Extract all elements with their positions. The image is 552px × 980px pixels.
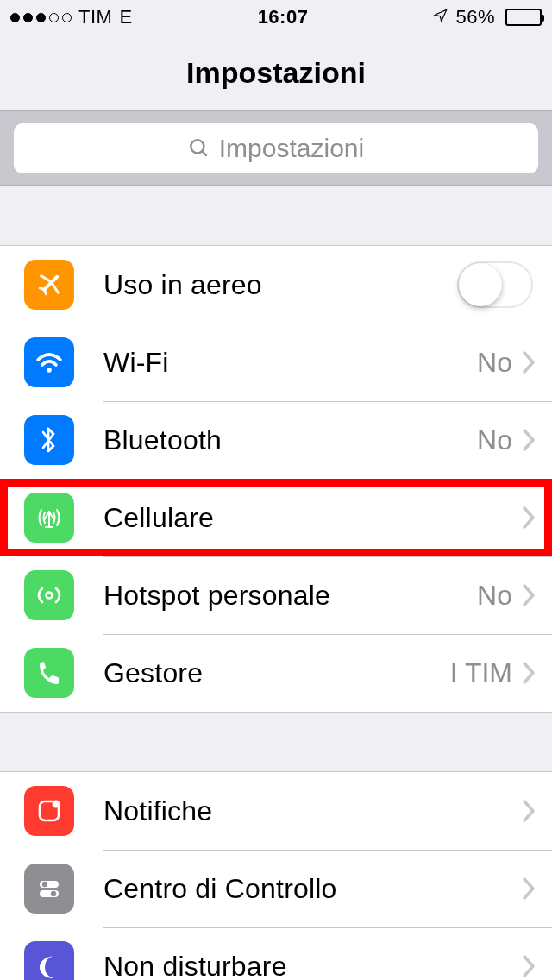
- clock-label: 16:07: [258, 6, 309, 28]
- chevron-right-icon: [521, 876, 536, 901]
- bluetooth-icon: [24, 415, 74, 465]
- moon-icon: [24, 941, 74, 980]
- carrier-label: TIM: [78, 6, 112, 28]
- section-gap: [0, 186, 552, 245]
- settings-group: Uso in aereoWi-FiNoBluetoothNoCellulareH…: [0, 245, 552, 713]
- settings-row-label: Notifiche: [104, 795, 521, 827]
- settings-row-value: No: [477, 347, 512, 379]
- controlcenter-icon: [24, 864, 74, 914]
- settings-group: NotificheCentro di ControlloNon disturba…: [0, 771, 552, 980]
- cellular-icon: [24, 493, 74, 543]
- wifi-icon: [24, 337, 74, 387]
- settings-row-notifications[interactable]: Notifiche: [0, 772, 552, 850]
- search-container: Impostazioni: [0, 110, 552, 186]
- settings-row-airplane[interactable]: Uso in aereo: [0, 246, 552, 324]
- search-input[interactable]: Impostazioni: [14, 123, 538, 173]
- chevron-right-icon: [521, 349, 536, 375]
- settings-row-label: Wi-Fi: [104, 347, 477, 379]
- phone-icon: [24, 648, 74, 698]
- chevron-right-icon: [521, 660, 536, 686]
- status-left: TIM E: [10, 6, 133, 28]
- battery-pct-label: 56%: [455, 6, 495, 28]
- page-title: Impostazioni: [186, 56, 366, 90]
- settings-row-controlcenter[interactable]: Centro di Controllo: [0, 850, 552, 927]
- battery-icon: [502, 9, 542, 26]
- chevron-right-icon: [521, 427, 536, 453]
- settings-row-label: Uso in aereo: [104, 269, 457, 301]
- network-type-label: E: [119, 6, 132, 28]
- location-services-icon: [433, 6, 448, 28]
- chevron-right-icon: [521, 582, 536, 608]
- navigation-bar: Impostazioni: [0, 35, 552, 110]
- settings-row-label: Non disturbare: [104, 951, 521, 981]
- settings-row-value: No: [477, 580, 512, 612]
- settings-row-carrier[interactable]: GestoreI TIM: [0, 634, 552, 712]
- section-gap: [0, 713, 552, 771]
- settings-row-label: Gestore: [104, 657, 450, 689]
- settings-row-label: Bluetooth: [104, 424, 477, 456]
- settings-row-cellular[interactable]: Cellulare: [0, 479, 552, 556]
- settings-row-label: Cellulare: [104, 502, 521, 534]
- status-bar: TIM E 16:07 56%: [0, 0, 552, 35]
- settings-row-label: Hotspot personale: [104, 580, 477, 612]
- screen: TIM E 16:07 56% Impostazioni Impostazion…: [0, 0, 552, 980]
- svg-point-0: [191, 140, 204, 153]
- settings-row-wifi[interactable]: Wi-FiNo: [0, 324, 552, 401]
- signal-strength-dots: [10, 13, 72, 22]
- settings-row-dnd[interactable]: Non disturbare: [0, 927, 552, 980]
- settings-row-value: I TIM: [450, 657, 512, 689]
- chevron-right-icon: [521, 953, 536, 979]
- airplane-icon: [24, 260, 74, 310]
- hotspot-icon: [24, 570, 74, 620]
- status-right: 56%: [433, 6, 542, 28]
- search-icon: [188, 137, 210, 160]
- settings-row-hotspot[interactable]: Hotspot personaleNo: [0, 556, 552, 634]
- settings-row-value: No: [477, 424, 512, 456]
- search-placeholder: Impostazioni: [219, 134, 364, 163]
- airplane-toggle[interactable]: [457, 261, 533, 308]
- svg-line-1: [202, 151, 206, 155]
- chevron-right-icon: [521, 798, 536, 824]
- notifications-icon: [24, 786, 74, 836]
- chevron-right-icon: [521, 505, 536, 531]
- settings-row-label: Centro di Controllo: [104, 873, 521, 905]
- settings-row-bluetooth[interactable]: BluetoothNo: [0, 401, 552, 479]
